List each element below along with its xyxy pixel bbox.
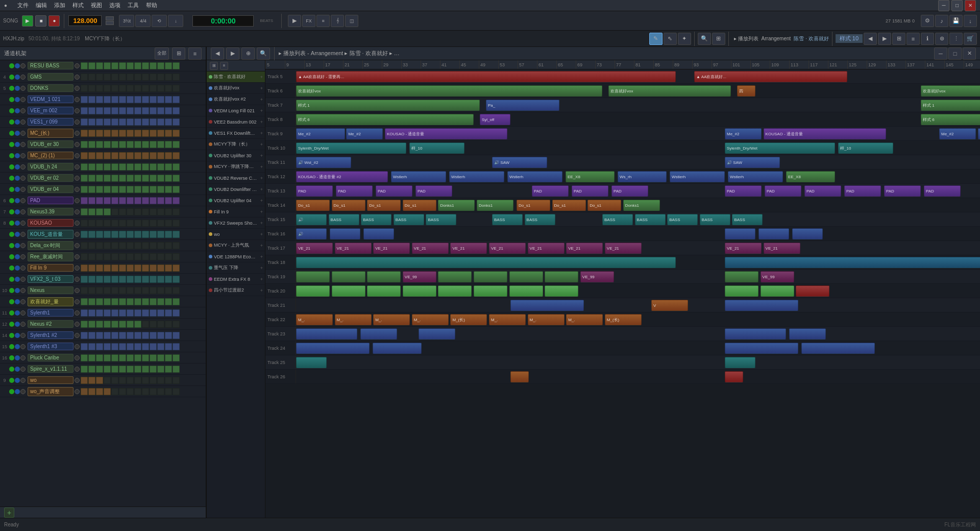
cell[interactable] [142, 186, 149, 193]
cell[interactable] [134, 332, 141, 339]
cell[interactable] [142, 332, 149, 339]
timeline-clip[interactable] [725, 300, 798, 311]
cell[interactable] [157, 175, 164, 182]
timeline-clip[interactable]: KOUSAO - 通道音量 #2 [296, 171, 388, 182]
cell[interactable] [165, 118, 172, 126]
cell[interactable] [134, 242, 141, 249]
cell[interactable] [150, 74, 157, 81]
track-row[interactable]: Track 6欢喜就好vox欢喜就好vox四欢喜就好vox四 [265, 84, 980, 98]
timeline-clip[interactable] [725, 285, 758, 297]
ch-extra-btn[interactable] [75, 63, 80, 68]
cell[interactable] [119, 175, 126, 182]
ch-extra-btn[interactable] [75, 322, 80, 327]
cell[interactable] [88, 343, 95, 350]
channel-name[interactable]: VES1_r 099 [28, 118, 74, 126]
pattern-add-btn[interactable]: + [260, 243, 263, 248]
channel-name[interactable]: Pluck Caribe [28, 354, 74, 361]
cell[interactable] [134, 152, 141, 159]
cell[interactable] [142, 354, 149, 361]
cell[interactable] [165, 163, 172, 171]
cell[interactable] [157, 163, 164, 171]
cell[interactable] [111, 354, 118, 361]
cell[interactable] [88, 141, 95, 148]
cell[interactable] [81, 118, 88, 126]
cell[interactable] [173, 287, 180, 294]
cell[interactable] [134, 197, 141, 204]
pattern-add-btn[interactable]: + [260, 198, 263, 203]
cell[interactable] [165, 242, 172, 249]
cell[interactable] [111, 298, 118, 305]
bpm-display[interactable]: 128.000 [68, 15, 102, 26]
cell[interactable] [165, 332, 172, 339]
cell[interactable] [81, 208, 88, 215]
cell[interactable] [165, 354, 172, 361]
cell[interactable] [104, 130, 111, 137]
cell[interactable] [142, 107, 149, 114]
pattern-list-item[interactable]: VDUB2 Downlifter 02 + [207, 184, 265, 195]
ch-status-btn[interactable] [20, 266, 26, 271]
pattern-add-btn[interactable]: + [260, 232, 263, 237]
cell[interactable] [88, 118, 95, 126]
timeline-clip[interactable]: Do_s1 [552, 200, 586, 211]
timeline-clip[interactable]: Do_s1 [587, 200, 621, 211]
minimize-btn[interactable]: ─ [938, 0, 949, 11]
cell[interactable] [142, 96, 149, 103]
channel-row[interactable]: VEDM_1 021 [0, 94, 206, 105]
cell[interactable] [127, 354, 134, 361]
cell[interactable] [104, 253, 111, 260]
cell[interactable] [173, 253, 180, 260]
timeline-clip[interactable] [296, 357, 327, 368]
cell[interactable] [157, 253, 164, 260]
timeline-clip[interactable] [367, 271, 401, 282]
ch-extra-btn[interactable] [75, 142, 80, 147]
cell[interactable] [150, 175, 157, 182]
timeline-clip[interactable] [725, 343, 798, 354]
cell[interactable] [134, 220, 141, 227]
cell[interactable] [150, 85, 157, 92]
timeline-clip[interactable]: PAD [572, 185, 608, 197]
cell[interactable] [104, 62, 111, 69]
cell[interactable] [173, 107, 180, 114]
cell[interactable] [134, 264, 141, 272]
pattern-list-item[interactable]: VEE2 Bassdrum 002 + [207, 116, 265, 128]
cell[interactable] [142, 377, 149, 384]
cell[interactable] [119, 309, 126, 317]
cell[interactable] [119, 152, 126, 159]
cell[interactable] [104, 242, 111, 249]
pl-pat-add[interactable]: ≡ [220, 62, 228, 70]
timeline-clip[interactable]: Me_#2 [939, 128, 976, 139]
timeline-clip[interactable]: PAD [611, 185, 648, 197]
cell[interactable] [127, 186, 134, 193]
cell[interactable] [157, 354, 164, 361]
channel-name[interactable]: VDUB_h 24 [28, 163, 74, 171]
pattern-add-btn[interactable]: + [260, 108, 263, 113]
timeline-clip[interactable]: Me_#2 [296, 128, 345, 139]
channel-name[interactable]: wo [28, 376, 74, 384]
pattern-nav1[interactable]: ◀ [864, 33, 877, 45]
pl-snap-btn[interactable]: ⊕ [241, 47, 255, 60]
ch-extra-btn[interactable] [75, 232, 80, 237]
cell[interactable] [134, 253, 141, 260]
cell[interactable] [119, 332, 126, 339]
channel-row[interactable]: Ree_衰减时间 [0, 251, 206, 262]
cell[interactable] [157, 130, 164, 137]
cell[interactable] [81, 321, 88, 328]
ch-solo-btn[interactable] [15, 198, 20, 203]
ch-status-btn[interactable] [20, 322, 26, 327]
cell[interactable] [81, 276, 88, 283]
pattern-select[interactable]: 样式 10 [836, 34, 863, 43]
ch-status-btn[interactable] [20, 75, 26, 80]
cell[interactable] [165, 186, 172, 193]
ch-solo-btn[interactable] [15, 131, 20, 136]
cell[interactable] [134, 85, 141, 92]
pattern-list-item[interactable]: VDUB2 Uplifter 30 + [207, 150, 265, 161]
cell[interactable] [111, 332, 118, 339]
ch-mute-btn[interactable] [9, 198, 14, 203]
cell[interactable] [88, 163, 95, 171]
cell[interactable] [111, 186, 118, 193]
cell[interactable] [119, 242, 126, 249]
cell[interactable] [127, 175, 134, 182]
cell[interactable] [142, 264, 149, 272]
timeline-clip[interactable]: VE_21 [489, 243, 526, 254]
timeline-clip[interactable]: VE_21 [528, 243, 565, 254]
